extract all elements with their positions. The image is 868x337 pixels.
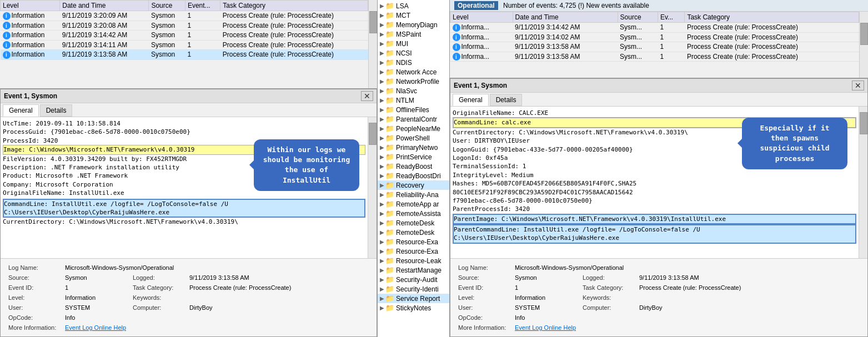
folder-arrow-icon: ▶ <box>379 116 385 122</box>
cell-source: Sysmon <box>149 31 185 41</box>
folder-icon: 📁 <box>385 162 394 170</box>
folder-item[interactable]: ▶📁NCSI <box>378 48 449 58</box>
folder-item[interactable]: ▶📁LSA <box>378 1 449 11</box>
right-table-row[interactable]: iInforma... 9/11/2019 3:14:42 AM Sysm...… <box>450 23 859 33</box>
cell-event: 1 <box>185 21 220 31</box>
col-level: Level <box>1 1 60 11</box>
folder-item[interactable]: ▶📁Reliability-Ana <box>378 190 449 199</box>
tab-general-left[interactable]: General <box>3 104 39 117</box>
rmeta-source-label: Source: <box>456 273 511 282</box>
tab-details-right[interactable]: Details <box>490 94 523 106</box>
folder-item[interactable]: ▶📁NDIS <box>378 58 449 67</box>
xml-line: ProcessGuid: {7901ebac-c8e6-5d78-0000-00… <box>3 128 365 136</box>
folder-item[interactable]: ▶📁RemoteApp ar <box>378 199 449 209</box>
folder-arrow-icon: ▶ <box>379 258 385 264</box>
folder-item[interactable]: ▶📁RemoteDesk <box>378 228 449 237</box>
folder-icon: 📁 <box>385 96 394 104</box>
folder-label: Security-Audit <box>396 276 438 284</box>
rmeta-logname-value: Microsoft-Windows-Sysmon/Operational <box>513 263 862 272</box>
folder-icon: 📁 <box>385 21 394 29</box>
right-xml-scrollbar[interactable] <box>859 107 867 258</box>
cell-source: Sysmon <box>149 11 185 21</box>
folder-item[interactable]: ▶📁RemoteDesk <box>378 218 449 228</box>
rmeta-taskcat-label: Task Category: <box>580 283 636 292</box>
meta-keywords-label: Keywords: <box>131 293 186 302</box>
rmeta-taskcat-value: Process Create (rule: ProcessCreate) <box>637 283 862 292</box>
left-meta-table: Log Name: Microsoft-Windows-Sysmon/Opera… <box>5 262 372 333</box>
folder-label: RemoteAssista <box>396 210 441 218</box>
right-xml-line: Hashes: MD5=60B7C0FEAD45F2066E5B805A91F4… <box>453 179 856 188</box>
rmeta-eventid-label: Event ID: <box>456 283 511 292</box>
right-table-row[interactable]: iInforma... 9/11/2019 3:13:58 AM Sysm...… <box>450 52 859 62</box>
rcell-category: Process Create (rule: ProcessCreate) <box>685 32 859 42</box>
folder-item[interactable]: ▶📁ReadyBoost <box>378 162 449 171</box>
right-close-button[interactable]: ✕ <box>852 81 864 90</box>
folder-icon: 📁 <box>385 209 394 218</box>
folder-item[interactable]: ▶📁Resource-Exa <box>378 237 449 247</box>
folder-label: PowerShell <box>396 134 430 142</box>
operational-badge: Operational <box>454 1 498 10</box>
rcell-event: 1 <box>658 23 684 33</box>
tab-general-right[interactable]: General <box>453 94 489 106</box>
folder-item[interactable]: ▶📁NlaSvc <box>378 86 449 95</box>
folder-item[interactable]: ▶📁MUI <box>378 39 449 48</box>
folder-item[interactable]: ▶📁Security-Audit <box>378 275 449 284</box>
left-table-scrollbar[interactable] <box>368 0 377 88</box>
right-table-row[interactable]: iInforma... 9/11/2019 3:13:58 AM Sysm...… <box>450 42 859 52</box>
folder-icon: 📁 <box>385 87 394 95</box>
folder-label: Recovery <box>396 182 424 189</box>
left-table-row[interactable]: iInformation 9/11/2019 3:13:58 AM Sysmon… <box>1 50 368 60</box>
meta-computer-value: DirtyBoy <box>187 303 371 312</box>
folder-item[interactable]: ▶📁NTLM <box>378 95 449 105</box>
left-close-button[interactable]: ✕ <box>361 91 373 101</box>
rcell-source: Sysm... <box>618 42 658 52</box>
folder-item[interactable]: ▶📁ReadyBoostDri <box>378 171 449 180</box>
folder-item[interactable]: ▶📁RestartManage <box>378 265 449 275</box>
folder-item[interactable]: ▶📁PrimaryNetwo <box>378 143 449 152</box>
left-table-row[interactable]: iInformation 9/11/2019 3:14:42 AM Sysmon… <box>1 31 368 41</box>
folder-item[interactable]: ▶📁Resource-Exa <box>378 247 449 256</box>
event-log-online-help-link[interactable]: Event Log Online Help <box>65 324 126 331</box>
folder-icon: 📁 <box>385 294 394 303</box>
right-table-scrollbar[interactable] <box>859 12 868 78</box>
folder-arrow-icon: ▶ <box>379 12 385 18</box>
folder-item[interactable]: ▶📁NetworkProfile <box>378 77 449 86</box>
left-table-row[interactable]: iInformation 9/11/2019 3:14:11 AM Sysmon… <box>1 40 368 50</box>
folder-item[interactable]: ▶📁MCT <box>378 11 449 20</box>
cell-event: 1 <box>185 11 220 21</box>
folder-item[interactable]: ▶📁RemoteAssista <box>378 209 449 218</box>
folder-item[interactable]: ▶📁Service Report <box>378 294 449 303</box>
left-table-row[interactable]: iInformation 9/11/2019 3:20:08 AM Sysmon… <box>1 21 368 31</box>
right-event-log-online-help-link[interactable]: Event Log Online Help <box>515 324 576 331</box>
meta-logname-label: Log Name: <box>6 263 62 272</box>
folder-item[interactable]: ▶📁OfflineFiles <box>378 105 449 114</box>
folder-item[interactable]: ▶📁StickyNotes <box>378 303 449 313</box>
folder-item[interactable]: ▶📁MemoryDiagn <box>378 20 449 29</box>
cell-datetime: 9/11/2019 3:20:09 AM <box>60 11 149 21</box>
events-count-text: Number of events: 4,725 (!) New events a… <box>503 2 649 9</box>
folder-arrow-icon: ▶ <box>379 69 385 75</box>
folder-item[interactable]: ▶📁PeopleNearMe <box>378 124 449 133</box>
tab-details-left[interactable]: Details <box>40 104 73 117</box>
right-table-row[interactable]: iInforma... 9/11/2019 3:14:02 AM Sysm...… <box>450 32 859 42</box>
folder-item[interactable]: ▶📁ParentalContr <box>378 114 449 124</box>
folder-item[interactable]: ▶📁Network Acce <box>378 67 449 77</box>
folder-item[interactable]: ▶📁PrintService <box>378 152 449 162</box>
folder-label: NetworkProfile <box>396 78 439 85</box>
left-panel: Level Date and Time Source Event... Task… <box>0 0 378 337</box>
left-event-content: UtcTime: 2019-09-11 10:13:58.814ProcessG… <box>1 117 377 258</box>
rmeta-moreinfo-label: More Information: <box>456 323 511 332</box>
folder-label: PrintService <box>396 153 432 161</box>
folder-label: Reliability-Ana <box>396 191 439 199</box>
cell-category: Process Create (rule: ProcessCreate) <box>220 50 368 60</box>
folder-item[interactable]: ▶📁Recovery <box>378 180 449 190</box>
right-xml-area: OriginalFileName: CALC.EXECommandLine: c… <box>450 107 859 258</box>
folder-item[interactable]: ▶📁PowerShell <box>378 133 449 143</box>
left-table-row[interactable]: iInformation 9/11/2019 3:20:09 AM Sysmon… <box>1 11 368 21</box>
folder-item[interactable]: ▶📁Resource-Leak <box>378 256 449 265</box>
left-xml-scrollbar[interactable] <box>368 117 377 258</box>
right-detail-title: Event 1, Sysmon <box>454 82 507 89</box>
folder-item[interactable]: ▶📁Security-Identi <box>378 284 449 294</box>
folder-item[interactable]: ▶📁MSPaint <box>378 29 449 39</box>
folder-icon: 📁 <box>385 153 394 161</box>
